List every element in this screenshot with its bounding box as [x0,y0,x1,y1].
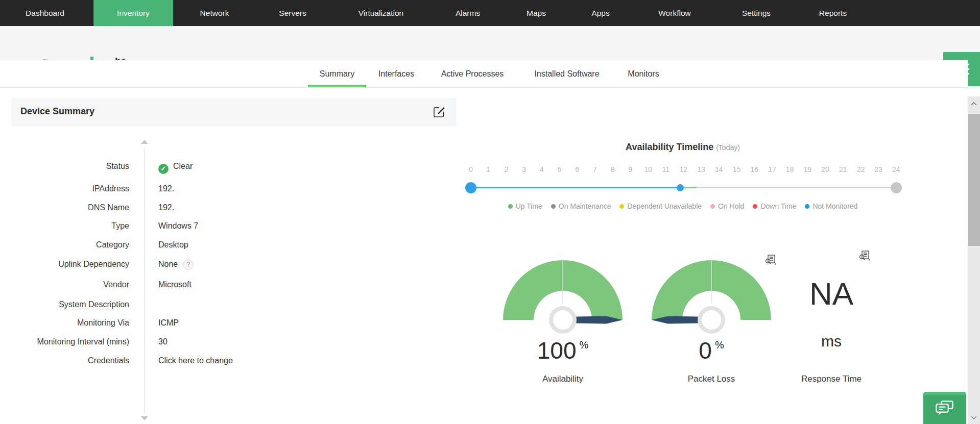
timeline-segment-not-monitored [471,187,680,188]
nav-inventory[interactable]: Inventory [93,0,173,26]
availability-unit: % [579,339,588,351]
field-value: 192. [158,201,174,215]
legend-item-up-time: Up Time [508,202,542,210]
legend-item-on-maintenance: On Maintenance [551,202,611,210]
packet-loss-unit: % [715,339,724,351]
packet-loss-gauge [650,256,773,337]
nav-maps[interactable]: Maps [527,0,546,26]
field-label: Category [11,238,129,252]
vertical-scrollbar[interactable] [968,96,980,424]
field-label: Vendor [11,278,129,292]
field-label: IPAddress [11,182,129,196]
legend-dot [508,204,513,209]
chat-bubbles-icon [935,400,955,418]
help-icon[interactable]: ? [183,259,194,270]
timeline-start-handle[interactable] [465,182,476,193]
scrollbar-up-button[interactable] [968,96,980,110]
field-label: Monitoring Via [11,316,129,330]
nav-servers[interactable]: Servers [279,0,306,26]
timeline-subtitle: (Today) [716,143,740,152]
nav-settings[interactable]: Settings [742,0,771,26]
scrollbar-thumb[interactable] [968,114,980,246]
packet-loss-value: 0% [645,337,778,364]
legend-item-dependent-unavailable: Dependent Unavailable [619,202,702,210]
field-value: None? [158,257,194,271]
tab-interfaces[interactable]: Interfaces [378,60,414,87]
field-label: Monitoring Interval (mins) [11,335,129,349]
field-label: Uplink Dependency [11,257,129,271]
field-value: 30 [158,335,168,349]
field-label: System Description [11,297,129,312]
field-label: Credentials [11,354,129,368]
scrollbar-down-button[interactable] [968,411,980,424]
response-time-value: NA [809,276,853,312]
nav-reports[interactable]: Reports [819,0,847,26]
status-value: ✓Clear [158,159,193,174]
field-label: Type [11,219,129,233]
response-time-unit: ms [821,333,842,350]
availability-value: 100% [496,337,629,364]
chat-button-accent [923,392,966,395]
legend-dot [551,204,556,209]
tab-active-processes[interactable]: Active Processes [441,60,504,87]
device-tabs: Summary Interfaces Active Processes Inst… [0,60,968,88]
legend-item-not-monitored: Not Monitored [805,202,857,210]
edit-icon[interactable] [433,105,446,118]
legend-dot [753,204,757,209]
legend-item-on-hold: On Hold [710,202,744,210]
timeline-end-handle[interactable] [891,182,902,193]
timeline-hour-labels: 0123456789101112131415161718192021222324 [464,165,903,173]
uplink-value: None [158,260,178,268]
legend-item-down-time: Down Time [753,202,796,210]
nav-apps[interactable]: Apps [591,0,609,26]
availability-label: Availability [496,374,629,384]
device-summary-header: Device Summary [11,98,456,126]
report-icon[interactable] [859,250,870,261]
field-label: Status [11,159,129,173]
credentials-change-link[interactable]: Click here to change [158,354,233,368]
packet-loss-label: Packet Loss [645,374,778,384]
nav-virtualization[interactable]: Virtualization [358,0,403,26]
timeline-title: Availability Timeline (Today) [462,142,903,153]
timeline-legend: Up Time On Maintenance Dependent Unavail… [460,202,906,210]
field-value: Microsoft [158,278,192,292]
device-header: bs Desktop | Windows 7 . [0,26,980,60]
tab-installed-software[interactable]: Installed Software [534,60,599,87]
field-divider [144,148,145,414]
status-text: Clear [173,162,193,170]
scroll-up-arrow[interactable] [141,140,148,144]
scroll-down-arrow[interactable] [141,416,148,420]
field-value: Desktop [158,238,188,252]
top-nav: Dashboard Inventory Network Servers Virt… [0,0,980,26]
tab-monitors[interactable]: Monitors [628,60,659,87]
nav-network[interactable]: Network [200,0,229,26]
response-time-label: Response Time [765,374,898,384]
nav-workflow[interactable]: Workflow [658,0,690,26]
tab-summary[interactable]: Summary [320,60,354,87]
field-label: DNS Name [11,201,129,215]
timeline-title-text: Availability Timeline [626,142,713,152]
chat-support-button[interactable] [923,392,966,424]
opmanager-app: Dashboard Inventory Network Servers Virt… [0,0,980,424]
field-value: 192. [158,182,174,196]
timeline-current-marker[interactable] [677,184,684,191]
field-value: Windows 7 [158,219,198,233]
nav-alarms[interactable]: Alarms [456,0,480,26]
field-value: ICMP [158,316,179,330]
legend-dot [710,204,715,209]
legend-dot [619,204,624,209]
report-icon[interactable] [765,254,776,265]
legend-dot [805,204,809,209]
active-tab-underline [308,85,366,87]
status-ok-icon: ✓ [158,164,169,174]
device-summary-title: Device Summary [20,106,94,117]
timeline-segment-remaining [697,187,896,188]
nav-dashboard[interactable]: Dashboard [26,0,64,26]
availability-gauge [501,256,624,337]
